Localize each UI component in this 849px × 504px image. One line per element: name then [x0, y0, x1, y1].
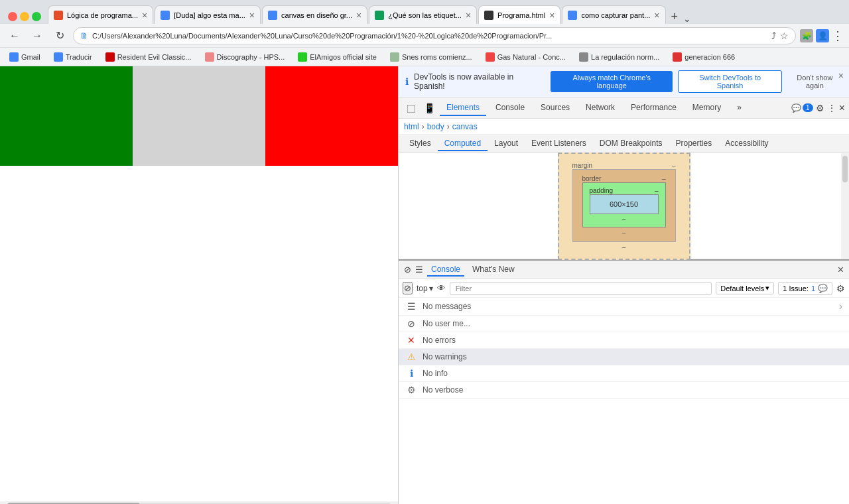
breadcrumb-html[interactable]: html — [404, 122, 419, 131]
tab-close-btn[interactable]: × — [549, 11, 555, 20]
dt-tab-memory[interactable]: Memory — [686, 100, 728, 116]
console-no-info[interactable]: ℹ No info — [399, 365, 849, 382]
console-stop-btn[interactable]: ⊘ — [403, 282, 413, 294]
scroll-left-btn[interactable]: ‹ — [0, 502, 5, 505]
tab-close-btn[interactable]: × — [466, 11, 471, 20]
default-levels-btn[interactable]: Default levels ▾ — [716, 282, 774, 294]
back-btn[interactable]: ← — [5, 27, 24, 45]
bookmark-gas[interactable]: Gas Natural - Conc... — [482, 51, 570, 63]
tab-favicon — [54, 11, 63, 20]
browser-tab[interactable]: ¿Qué son las etiquet... × — [369, 5, 477, 24]
window-maximize-btn[interactable] — [32, 12, 41, 21]
insp-tab-dom-breakpoints[interactable]: DOM Breakpoints — [593, 137, 669, 151]
tab-close-btn[interactable]: × — [249, 11, 255, 20]
scroll-right-btn[interactable]: › — [393, 502, 398, 505]
expand-arrow[interactable]: › — [839, 300, 842, 312]
bookmark-label: La regulación norm... — [591, 53, 659, 61]
device-mode-btn[interactable]: 📱 — [421, 100, 437, 116]
insp-tab-accessibility[interactable]: Accessibility — [718, 137, 775, 151]
insp-tab-layout[interactable]: Layout — [488, 137, 525, 151]
console-no-warnings[interactable]: ⚠ No warnings — [399, 349, 849, 365]
dont-show-again-btn[interactable]: Don't show again — [787, 74, 842, 90]
tab-close-btn[interactable]: × — [356, 11, 361, 20]
bookmark-re[interactable]: Resident Evil Classic... — [101, 51, 196, 63]
dt-tab-elements[interactable]: Elements — [440, 100, 486, 116]
extensions-btn[interactable]: 🧩 — [800, 29, 813, 42]
padding-label: padding — [590, 187, 614, 194]
horizontal-scrollbar[interactable]: ‹ › — [0, 501, 398, 504]
browser-tab-active[interactable]: Programa.html × — [478, 5, 560, 24]
chrome-menu-btn[interactable]: ⋮ — [832, 29, 844, 43]
devtools-settings-btn[interactable]: ⚙ — [816, 103, 824, 113]
forward-btn[interactable]: → — [28, 27, 46, 45]
switch-to-spanish-btn[interactable]: Switch DevTools to Spanish — [678, 70, 781, 93]
tab-title: canvas en diseño gr... — [281, 11, 352, 19]
bookmark-label: Traducir — [66, 53, 92, 61]
no-user-icon: ⊘ — [405, 318, 417, 329]
browser-tab[interactable]: canvas en diseño gr... × — [262, 5, 367, 24]
tab-overflow-btn[interactable]: ⌄ — [683, 13, 691, 24]
dt-tab-more[interactable]: » — [730, 100, 748, 116]
tab-favicon — [375, 11, 384, 20]
tab-title: Programa.html — [497, 11, 545, 19]
box-model-scrollbar[interactable] — [841, 153, 849, 259]
console-no-user-messages[interactable]: ⊘ No user me... — [399, 316, 849, 332]
browser-tab[interactable]: Lógica de programa... × — [48, 5, 153, 24]
bookmark-gen666[interactable]: generacion 666 — [669, 51, 739, 63]
console-close-btn[interactable]: × — [838, 264, 844, 276]
dt-tab-network[interactable]: Network — [579, 100, 621, 116]
info-icon: ℹ — [405, 76, 409, 87]
tab-close-btn[interactable]: × — [654, 11, 659, 20]
console-filter-input[interactable] — [450, 282, 712, 295]
bookmark-elamigos[interactable]: ElAmigos official site — [294, 51, 381, 63]
browser-tab[interactable]: [Duda] algo esta ma... × — [155, 5, 261, 24]
tab-favicon — [484, 11, 493, 20]
webpage-content: ‹ › — [0, 66, 398, 504]
new-tab-btn[interactable]: + — [667, 10, 683, 24]
dt-tab-sources[interactable]: Sources — [534, 100, 576, 116]
console-tab-console[interactable]: Console — [427, 263, 464, 277]
browser-tab[interactable]: como capturar pant... × — [562, 5, 665, 24]
share-btn[interactable]: ⤴ — [771, 31, 776, 41]
console-clear-btn[interactable]: ⊘ — [404, 265, 411, 275]
bookmark-hps[interactable]: Discography - HPS... — [201, 51, 289, 63]
insp-tab-properties[interactable]: Properties — [669, 137, 719, 151]
tab-close-btn[interactable]: × — [142, 11, 147, 20]
window-controls — [3, 12, 46, 21]
bookmark-translate[interactable]: Traducir — [50, 51, 96, 63]
console-filter-toggle[interactable]: ☰ — [415, 265, 423, 275]
bookmark-btn[interactable]: ☆ — [780, 31, 789, 41]
inspect-element-btn[interactable]: ⬚ — [403, 100, 419, 116]
no-verbose-icon: ⚙ — [405, 385, 417, 395]
no-errors-text: No errors — [423, 336, 842, 345]
flag-green — [0, 66, 133, 166]
console-tab-whats-new[interactable]: What's New — [468, 263, 519, 277]
console-settings-btn[interactable]: ⚙ — [836, 283, 845, 294]
window-close-btn[interactable] — [8, 12, 17, 21]
console-no-errors[interactable]: ✕ No errors — [399, 332, 849, 349]
insp-tab-event-listeners[interactable]: Event Listeners — [525, 137, 593, 151]
bookmark-gmail[interactable]: Gmail — [5, 51, 44, 63]
console-no-verbose[interactable]: ⚙ No verbose — [399, 382, 849, 399]
devtools-more-btn[interactable]: ⋮ — [827, 103, 836, 113]
bookmark-regulacion[interactable]: La regulación norm... — [575, 51, 663, 63]
breadcrumb-body[interactable]: body — [427, 122, 444, 131]
dt-tab-performance[interactable]: Performance — [624, 100, 683, 116]
top-selector-btn[interactable]: top ▾ — [417, 284, 433, 293]
account-btn[interactable]: 👤 — [816, 29, 829, 42]
breadcrumb-canvas[interactable]: canvas — [452, 122, 478, 131]
dt-tab-console[interactable]: Console — [489, 100, 531, 116]
devtools-close-btn[interactable]: × — [839, 102, 845, 114]
insp-tab-styles[interactable]: Styles — [403, 137, 438, 151]
always-match-lang-btn[interactable]: Always match Chrome's language — [551, 71, 673, 92]
bookmark-snes[interactable]: Snes roms comienz... — [386, 51, 476, 63]
eye-icon[interactable]: 👁 — [437, 283, 446, 293]
insp-tab-computed[interactable]: Computed — [438, 137, 488, 151]
banner-close-btn[interactable]: × — [838, 70, 844, 81]
bookmark-label: generacion 666 — [685, 53, 735, 61]
box-model-margin: margin – border – padding – 600×15 — [558, 153, 690, 260]
address-bar[interactable]: 🗎 C:/Users/Alexander%20Luna/Documents/Al… — [73, 27, 796, 44]
window-minimize-btn[interactable] — [20, 12, 29, 21]
refresh-btn[interactable]: ↻ — [50, 27, 69, 45]
console-no-messages[interactable]: ☰ No messages › — [399, 298, 849, 316]
